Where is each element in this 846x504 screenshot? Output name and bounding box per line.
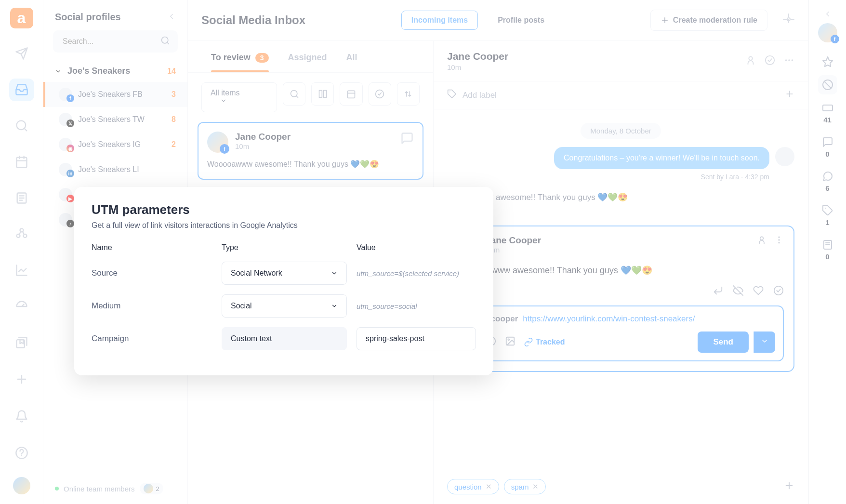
plus-icon [661, 16, 669, 25]
profile-item-fb[interactable]: f Joe's Sneakers FB 3 [43, 82, 187, 107]
utm-source-value: utm_source=$(selected service) [357, 269, 476, 278]
contact-avatar[interactable]: f [818, 23, 837, 42]
team-icon[interactable] [9, 223, 34, 246]
utm-campaign-type[interactable]: Custom text [222, 327, 347, 350]
check-icon[interactable] [773, 285, 784, 298]
profile-item-ig[interactable]: ◉ Joe's Sneakers IG 2 [43, 132, 187, 157]
analytics-icon[interactable] [9, 259, 34, 282]
svg-rect-12 [324, 91, 327, 98]
dashboard-icon[interactable] [9, 295, 34, 318]
calendar-icon[interactable] [9, 151, 34, 173]
chevron-down-icon [331, 270, 338, 277]
tag-question[interactable]: question✕ [447, 479, 499, 494]
rail-share-count[interactable]: 6 [822, 166, 833, 197]
notes-icon[interactable] [9, 187, 34, 210]
help-icon[interactable] [9, 440, 34, 465]
app-logo[interactable]: a [10, 8, 33, 28]
bell-icon[interactable] [9, 404, 34, 429]
utm-title: UTM parameters [92, 202, 476, 217]
rail-card-count[interactable]: 41 [822, 97, 833, 129]
svg-point-14 [376, 90, 384, 98]
user-avatar[interactable] [13, 477, 30, 494]
library-icon[interactable] [9, 332, 34, 354]
create-rule-button[interactable]: Create moderation rule [650, 10, 767, 31]
utm-medium-value: utm_source=social [357, 302, 476, 310]
compose-input[interactable]: @janecooper https://www.yourlink.com/win… [466, 314, 775, 324]
globe-search-icon[interactable] [9, 115, 34, 137]
tab-profile-posts[interactable]: Profile posts [488, 11, 555, 30]
sidebar-title: Social profiles [55, 12, 121, 23]
collapse-sidebar-button[interactable] [167, 12, 176, 23]
svg-rect-13 [348, 91, 355, 98]
tracked-link-toggle[interactable]: Tracked [524, 338, 565, 346]
tags-row: question✕ spam✕ [434, 475, 808, 504]
add-label-text[interactable]: Add label [463, 91, 497, 100]
rail-tag-count[interactable]: 1 [822, 200, 833, 231]
online-indicator-icon [55, 487, 59, 491]
incoming-message: Nooooawww awesome!! Thank you guys 💙💚😍 [447, 192, 794, 202]
profile-group[interactable]: Joe's Sneakers 14 [43, 60, 187, 82]
svg-point-25 [774, 286, 783, 295]
more-icon[interactable] [774, 235, 784, 247]
svg-point-24 [779, 242, 780, 243]
add-icon[interactable] [9, 368, 34, 390]
profile-item-li[interactable]: in Joe's Sneakers LI [43, 157, 187, 182]
facebook-icon: f [66, 94, 74, 102]
image-icon[interactable] [505, 336, 516, 348]
utm-medium-select[interactable]: Social [222, 294, 347, 318]
sort-button[interactable] [397, 82, 420, 106]
utm-medium-label: Medium [92, 301, 212, 311]
chevron-down-icon [220, 97, 227, 104]
date-filter-button[interactable] [340, 82, 362, 106]
tag-spam[interactable]: spam✕ [504, 479, 546, 494]
inbox-tab-all[interactable]: All [337, 41, 367, 72]
check-icon[interactable] [765, 55, 775, 67]
svg-rect-1 [16, 158, 26, 168]
remove-tag-icon[interactable]: ✕ [486, 482, 492, 491]
filter-items-select[interactable]: All items [201, 82, 277, 112]
inbox-tab-review[interactable]: To review 3 [201, 41, 278, 72]
assign-icon[interactable] [745, 55, 756, 67]
rail-note-count[interactable]: 0 [822, 234, 833, 265]
instagram-icon: ◉ [66, 145, 74, 152]
search-filter-button[interactable] [283, 82, 305, 106]
chevron-down-icon [331, 303, 338, 309]
expand-rail-button[interactable] [823, 10, 832, 20]
inbox-icon[interactable] [9, 79, 34, 101]
chevron-down-icon [55, 68, 62, 75]
svg-rect-11 [319, 91, 322, 98]
utm-campaign-input[interactable] [357, 327, 476, 350]
assign-icon[interactable] [757, 235, 767, 247]
page-title: Social Media Inbox [201, 13, 305, 27]
inbox-tab-assigned[interactable]: Assigned [278, 41, 337, 72]
rail-comment-count[interactable]: 0 [822, 132, 833, 163]
svg-point-29 [508, 339, 509, 340]
svg-point-21 [760, 237, 764, 240]
tab-incoming[interactable]: Incoming items [401, 11, 478, 30]
send-icon[interactable] [9, 42, 34, 65]
search-icon [160, 36, 170, 47]
send-options-button[interactable] [753, 332, 775, 353]
columns-button[interactable] [311, 82, 334, 106]
inbox-card[interactable]: f Jane Cooper 10m Wooooawww awesome!! Th… [198, 122, 423, 180]
settings-button[interactable] [783, 13, 794, 27]
send-button[interactable]: Send [698, 332, 749, 353]
more-icon[interactable] [784, 55, 794, 67]
profile-item-tw[interactable]: 𝕏 Joe's Sneakers TW 8 [43, 107, 187, 132]
heart-icon[interactable] [753, 285, 764, 298]
reply-icon[interactable] [713, 285, 723, 298]
utm-source-select[interactable]: Social Network [222, 262, 347, 285]
status-filter-button[interactable] [369, 82, 391, 106]
hide-icon[interactable] [733, 285, 743, 298]
online-members: Online team members 2 [43, 473, 187, 504]
date-divider: Monday, 8 October [447, 127, 794, 135]
add-tag-button[interactable] [784, 480, 794, 493]
outgoing-message: Congratulations – you're a winner! We'll… [554, 147, 769, 169]
favorite-icon[interactable] [822, 51, 833, 72]
block-icon[interactable] [818, 75, 837, 94]
add-label-button[interactable] [785, 89, 794, 101]
svg-point-23 [779, 239, 780, 240]
message-meta: Sent by Lara - 4:32 pm [447, 173, 794, 181]
remove-tag-icon[interactable]: ✕ [532, 482, 539, 491]
search-input[interactable] [53, 30, 178, 53]
